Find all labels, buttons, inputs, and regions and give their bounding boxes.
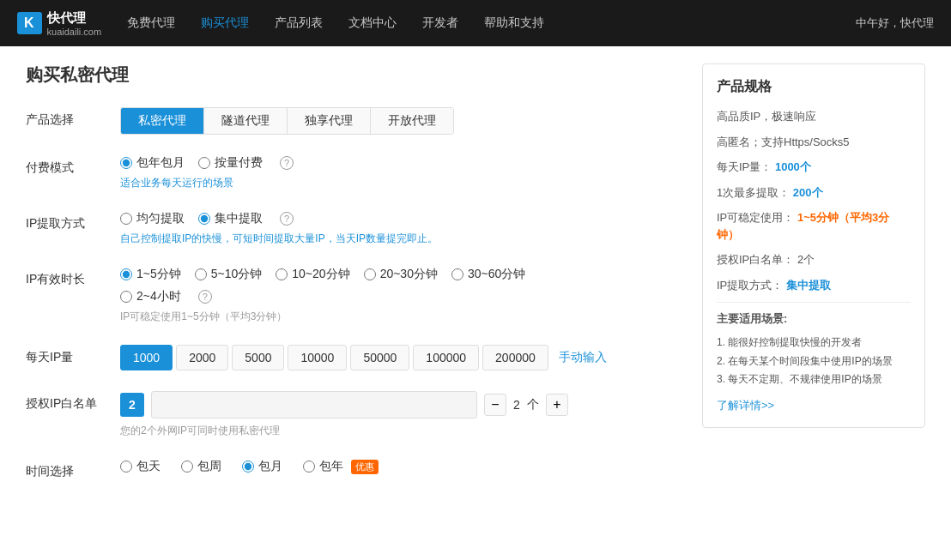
payment-peruse-radio[interactable] <box>198 157 210 169</box>
payment-per-use[interactable]: 按量付费 <box>198 155 263 171</box>
extract-uniform-label: 均匀提取 <box>136 211 185 226</box>
logo: K 快代理 kuaidaili.com <box>17 10 101 37</box>
time-daily-label: 包天 <box>136 459 161 474</box>
duration-20-30-radio[interactable] <box>364 268 376 280</box>
spec-scene-list: 能很好控制提取快慢的开发者 在每天某个时间段集中使用IP的场景 每天不定期、不规… <box>717 334 911 389</box>
nav-free-proxy[interactable]: 免费代理 <box>127 15 175 31</box>
extract-uniform[interactable]: 均匀提取 <box>120 211 185 226</box>
ip-count-2000[interactable]: 2000 <box>176 345 228 370</box>
time-weekly-radio[interactable] <box>181 461 193 473</box>
duration-10-20[interactable]: 10~20分钟 <box>276 267 349 282</box>
extract-uniform-radio[interactable] <box>120 213 132 225</box>
payment-annual-monthly[interactable]: 包年包月 <box>120 155 185 171</box>
product-selection-row: 产品选择 私密代理 隧道代理 独享代理 开放代理 <box>26 107 685 135</box>
spec-daily-ip-value: 1000个 <box>775 160 811 173</box>
ip-duration-control: 1~5分钟 5~10分钟 10~20分钟 20~30分钟 <box>120 267 685 324</box>
duration-1-5-radio[interactable] <box>120 268 132 280</box>
duration-10-20-label: 10~20分钟 <box>292 267 349 282</box>
spec-divider <box>717 302 911 303</box>
whitelist-input[interactable] <box>151 391 477 418</box>
ip-extract-control: 均匀提取 集中提取 ? 自己控制提取IP的快慢，可短时间提取大量IP，当天IP数… <box>120 211 685 246</box>
ip-extract-row: IP提取方式 均匀提取 集中提取 ? 自己控制提取IP的快慢，可短时间提取大量I… <box>26 211 685 246</box>
payment-annual-radio[interactable] <box>120 157 132 169</box>
whitelist-stepper: − 2 个 + <box>484 394 568 416</box>
time-annual-label: 包年 <box>319 459 343 474</box>
nav-links: 免费代理 购买代理 产品列表 文档中心 开发者 帮助和支持 <box>127 15 856 31</box>
nav-product-list[interactable]: 产品列表 <box>275 15 323 31</box>
stepper-unit: 个 <box>527 397 539 412</box>
ip-count-200000[interactable]: 200000 <box>482 345 548 370</box>
stepper-minus-button[interactable]: − <box>484 394 506 416</box>
duration-10-20-radio[interactable] <box>276 268 288 280</box>
nav-developer[interactable]: 开发者 <box>422 15 458 31</box>
spec-scene-2: 在每天某个时间段集中使用IP的场景 <box>717 352 911 371</box>
payment-peruse-label: 按量付费 <box>215 155 263 171</box>
time-annual-radio[interactable] <box>303 461 315 473</box>
duration-5-10-radio[interactable] <box>195 268 207 280</box>
time-monthly[interactable]: 包月 <box>242 459 282 474</box>
spec-title: 产品规格 <box>717 78 911 96</box>
duration-5-10-label: 5~10分钟 <box>211 267 263 282</box>
payment-help-icon[interactable]: ? <box>280 156 294 170</box>
spec-duration: IP可稳定使用： 1~5分钟（平均3分钟） <box>717 209 911 243</box>
navbar: K 快代理 kuaidaili.com 免费代理 购买代理 产品列表 文档中心 … <box>0 0 951 46</box>
time-weekly[interactable]: 包周 <box>181 459 221 474</box>
duration-1-5[interactable]: 1~5分钟 <box>120 267 181 282</box>
duration-30-60-radio[interactable] <box>451 268 463 280</box>
main-container: 购买私密代理 产品选择 私密代理 隧道代理 独享代理 开放代理 付费模式 <box>0 46 951 517</box>
ip-count-100000[interactable]: 100000 <box>413 345 479 370</box>
time-select-control: 包天 包周 包月 包年 优惠 <box>120 459 685 474</box>
extract-hint: 自己控制提取IP的快慢，可短时间提取大量IP，当天IP数量提完即止。 <box>120 232 685 246</box>
duration-20-30[interactable]: 20~30分钟 <box>364 267 438 282</box>
manual-input-link[interactable]: 手动输入 <box>559 350 607 365</box>
spec-whitelist: 授权IP白名单： 2个 <box>717 251 911 268</box>
payment-radio-group: 包年包月 按量付费 ? <box>120 155 685 171</box>
spec-extract-method: IP提取方式： 集中提取 <box>717 277 911 294</box>
stepper-plus-button[interactable]: + <box>546 394 568 416</box>
payment-mode-row: 付费模式 包年包月 按量付费 ? 适合业务每天运行的场景 <box>26 155 685 190</box>
ip-count-1000[interactable]: 1000 <box>120 345 173 370</box>
duration-30-60-label: 30~60分钟 <box>468 267 525 282</box>
duration-2-4h[interactable]: 2~4小时 <box>120 289 181 304</box>
nav-help[interactable]: 帮助和支持 <box>484 15 544 31</box>
extract-help-icon[interactable]: ? <box>280 212 294 226</box>
time-annual[interactable]: 包年 优惠 <box>303 459 379 474</box>
content-area: 购买私密代理 产品选择 私密代理 隧道代理 独享代理 开放代理 付费模式 <box>26 63 685 500</box>
ip-count-50000[interactable]: 50000 <box>350 345 409 370</box>
daily-ip-row: 每天IP量 1000 2000 5000 10000 50000 100000 … <box>26 345 685 370</box>
duration-2-4h-radio[interactable] <box>120 291 132 303</box>
spec-daily-ip-label: 每天IP量： <box>717 160 772 173</box>
spec-max-extract-value: 200个 <box>793 186 823 199</box>
extract-concentrated-radio[interactable] <box>198 213 210 225</box>
duration-30-60[interactable]: 30~60分钟 <box>451 267 525 282</box>
annual-hot-badge: 优惠 <box>351 460 379 474</box>
extract-concentrated[interactable]: 集中提取 <box>198 211 263 226</box>
nav-buy-proxy[interactable]: 购买代理 <box>201 15 249 31</box>
ip-duration-radio-group: 1~5分钟 5~10分钟 10~20分钟 20~30分钟 <box>120 267 685 282</box>
time-daily[interactable]: 包天 <box>120 459 161 474</box>
time-weekly-label: 包周 <box>197 459 221 474</box>
duration-5-10[interactable]: 5~10分钟 <box>195 267 263 282</box>
time-monthly-radio[interactable] <box>242 461 254 473</box>
spec-scene-3: 每天不定期、不规律使用IP的场景 <box>717 370 911 389</box>
duration-help-icon[interactable]: ? <box>198 290 212 304</box>
nav-docs[interactable]: 文档中心 <box>348 15 397 31</box>
tab-dedicated-proxy[interactable]: 独享代理 <box>288 108 371 134</box>
time-select-row: 时间选择 包天 包周 包月 <box>26 459 685 479</box>
logo-sub: kuaidaili.com <box>47 27 102 37</box>
ip-count-5000[interactable]: 5000 <box>232 345 284 370</box>
whitelist-hint: 您的2个外网IP可同时使用私密代理 <box>120 424 685 438</box>
spec-detail-link[interactable]: 了解详情>> <box>717 398 774 413</box>
ip-duration-label: IP有效时长 <box>26 267 103 287</box>
daily-ip-label: 每天IP量 <box>26 345 103 365</box>
tab-open-proxy[interactable]: 开放代理 <box>371 108 453 134</box>
time-daily-radio[interactable] <box>120 461 132 473</box>
tab-tunnel-proxy[interactable]: 隧道代理 <box>204 108 288 134</box>
spec-box: 产品规格 高品质IP，极速响应 高匿名；支持Https/Socks5 每天IP量… <box>702 63 925 428</box>
daily-ip-control: 1000 2000 5000 10000 50000 100000 200000… <box>120 345 685 370</box>
time-radio-group: 包天 包周 包月 包年 优惠 <box>120 459 685 474</box>
ip-count-10000[interactable]: 10000 <box>288 345 347 370</box>
spec-extract-method-label: IP提取方式： <box>717 279 783 292</box>
tab-private-proxy[interactable]: 私密代理 <box>121 108 204 134</box>
ip-extract-radio-group: 均匀提取 集中提取 ? <box>120 211 685 226</box>
